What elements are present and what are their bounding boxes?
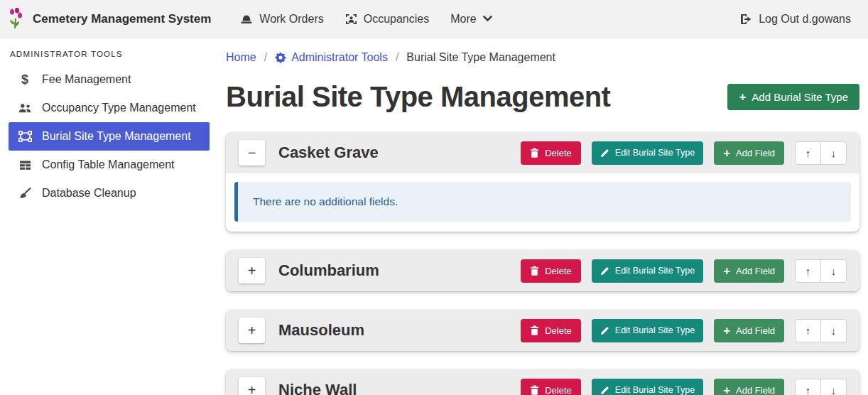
hard-hat-icon — [240, 13, 253, 25]
plus-icon: + — [723, 265, 730, 277]
no-fields-alert: There are no additional fields. — [234, 182, 851, 222]
move-up-button[interactable]: ↑ — [795, 319, 821, 342]
logout-label: Log Out d.gowans — [759, 13, 851, 26]
breadcrumb-current: Burial Site Type Management — [406, 51, 555, 64]
occupancy-icon — [345, 13, 357, 25]
broom-icon — [16, 188, 34, 199]
main-content: Home / Administrator Tools / Burial Site… — [213, 38, 868, 395]
top-navbar: Cemetery Management System Work Orders O… — [0, 0, 868, 38]
trash-icon — [530, 385, 539, 395]
table-icon — [16, 160, 34, 171]
reorder-buttons: ↑ ↓ — [795, 259, 847, 283]
burial-site-type-panel: + Niche Wall Delete — [226, 369, 859, 395]
sidebar-item-database-cleanup[interactable]: Database Cleanup — [9, 179, 210, 207]
breadcrumb-admin-tools-label: Administrator Tools — [291, 51, 388, 64]
add-field-button[interactable]: + Add Field — [714, 141, 784, 165]
reorder-buttons: ↑ ↓ — [795, 141, 847, 165]
collapse-toggle-button[interactable]: − — [239, 140, 265, 166]
sidebar-item-fee-management[interactable]: $ Fee Management — [9, 65, 210, 94]
move-up-button[interactable]: ↑ — [795, 259, 821, 283]
panel-header-mausoleum: + Mausoleum Delete — [226, 310, 859, 351]
breadcrumb-home-link[interactable]: Home — [226, 51, 256, 64]
breadcrumb-admin-tools-link[interactable]: Administrator Tools — [275, 51, 388, 64]
nav-occupancies-label: Occupancies — [364, 13, 430, 26]
users-icon — [16, 103, 34, 114]
breadcrumb: Home / Administrator Tools / Burial Site… — [226, 50, 859, 65]
add-field-button[interactable]: + Add Field — [714, 379, 784, 395]
add-burial-site-type-button[interactable]: + Add Burial Site Type — [727, 84, 859, 110]
logout-icon — [739, 13, 752, 25]
nav-occupancies[interactable]: Occupancies — [345, 13, 430, 26]
trash-icon — [530, 325, 539, 335]
pencil-icon — [600, 266, 609, 276]
panel-header-niche-wall: + Niche Wall Delete — [226, 369, 859, 395]
move-down-button[interactable]: ↓ — [820, 319, 847, 342]
reorder-buttons: ↑ ↓ — [795, 379, 847, 395]
breadcrumb-separator: / — [264, 51, 267, 64]
add-field-button[interactable]: + Add Field — [714, 259, 784, 283]
sidebar-item-burial-site-type-management[interactable]: Burial Site Type Management — [9, 122, 210, 151]
object-group-icon — [16, 131, 34, 142]
move-down-button[interactable]: ↓ — [820, 141, 847, 165]
trash-icon — [530, 266, 539, 276]
edit-burial-site-type-button[interactable]: Edit Burial Site Type — [592, 259, 703, 283]
logout-button[interactable]: Log Out d.gowans — [739, 13, 851, 26]
expand-toggle-button[interactable]: + — [239, 377, 265, 395]
breadcrumb-separator: / — [396, 51, 398, 64]
pencil-icon — [600, 148, 609, 158]
move-down-button[interactable]: ↓ — [820, 259, 847, 283]
nav-work-orders-label: Work Orders — [259, 13, 323, 26]
pencil-icon — [600, 326, 609, 335]
page-title: Burial Site Type Management — [226, 78, 610, 115]
brand[interactable]: Cemetery Management System — [7, 8, 211, 31]
expand-toggle-button[interactable]: + — [239, 258, 265, 283]
panel-title: Mausoleum — [278, 321, 364, 340]
panel-header-columbarium: + Columbarium Delete — [226, 250, 859, 291]
move-up-button[interactable]: ↑ — [795, 379, 821, 395]
sidebar-item-config-table-management[interactable]: Config Table Management — [9, 151, 210, 179]
edit-burial-site-type-button[interactable]: Edit Burial Site Type — [592, 141, 703, 165]
nav-work-orders[interactable]: Work Orders — [240, 13, 323, 26]
edit-burial-site-type-button[interactable]: Edit Burial Site Type — [592, 379, 703, 395]
sidebar: ADMINISTRATOR TOOLS $ Fee Management Occ… — [0, 38, 213, 395]
panel-title: Casket Grave — [278, 144, 379, 162]
move-down-button[interactable]: ↓ — [820, 379, 847, 395]
expand-toggle-button[interactable]: + — [239, 318, 265, 343]
delete-button[interactable]: Delete — [521, 319, 581, 342]
gear-icon — [275, 52, 286, 63]
panel-header-casket-grave: − Casket Grave Delete — [226, 132, 859, 173]
burial-site-type-panel: + Columbarium Delete — [226, 250, 859, 291]
app-title: Cemetery Management System — [33, 12, 211, 26]
plus-icon: + — [723, 147, 730, 159]
panel-title: Niche Wall — [278, 381, 357, 395]
delete-button[interactable]: Delete — [521, 379, 581, 395]
delete-button[interactable]: Delete — [521, 259, 581, 283]
move-up-button[interactable]: ↑ — [795, 141, 821, 165]
plus-icon: + — [723, 384, 730, 395]
plus-icon: + — [739, 91, 746, 103]
reorder-buttons: ↑ ↓ — [795, 319, 847, 342]
tulip-logo-icon — [7, 8, 26, 31]
panel-body: There are no additional fields. — [226, 173, 859, 232]
trash-icon — [530, 148, 539, 158]
sidebar-item-occupancy-type-management[interactable]: Occupancy Type Management — [9, 94, 210, 122]
add-field-button[interactable]: + Add Field — [714, 319, 784, 342]
pencil-icon — [600, 386, 609, 395]
burial-site-type-panel: − Casket Grave Delete — [226, 132, 859, 232]
panel-title: Columbarium — [278, 261, 379, 280]
dollar-icon: $ — [16, 72, 34, 87]
nav-more-label: More — [450, 13, 476, 26]
sidebar-heading: ADMINISTRATOR TOOLS — [0, 41, 213, 65]
burial-site-type-panel: + Mausoleum Delete — [226, 310, 859, 351]
chevron-down-icon — [483, 16, 492, 22]
plus-icon: + — [723, 325, 730, 337]
edit-burial-site-type-button[interactable]: Edit Burial Site Type — [592, 319, 703, 342]
nav-more[interactable]: More — [450, 13, 492, 26]
delete-button[interactable]: Delete — [521, 141, 581, 165]
